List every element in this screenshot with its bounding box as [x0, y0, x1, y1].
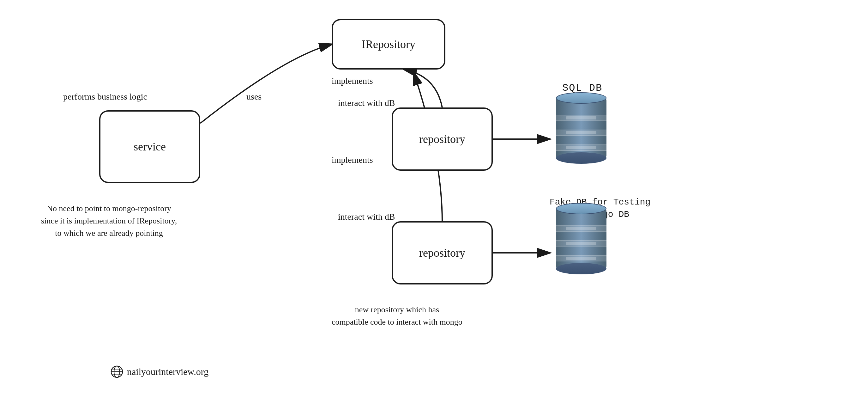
- repo-top-box: repository: [392, 108, 493, 171]
- performs-business-logic-label: performs business logic: [63, 92, 147, 102]
- service-label: service: [134, 140, 166, 153]
- interact-db-bottom-label: interact with dB: [338, 212, 395, 222]
- fake-db-cylinder: [556, 208, 607, 269]
- uses-label: uses: [246, 92, 261, 102]
- repo-bottom-box: repository: [392, 221, 493, 284]
- irepository-box: IRepository: [332, 19, 445, 69]
- repo-bottom-label: repository: [419, 246, 465, 259]
- repo-top-label: repository: [419, 133, 465, 146]
- implements-bottom-label: implements: [332, 155, 373, 165]
- service-box: service: [99, 110, 200, 183]
- website-label: nailyourinterview.org: [127, 366, 209, 377]
- irepository-label: IRepository: [362, 38, 415, 51]
- sql-db-cylinder: [556, 98, 607, 158]
- interact-db-top-label: interact with dB: [338, 98, 395, 108]
- no-need-note: No need to point to mongo-repository sin…: [41, 202, 177, 239]
- footer: nailyourinterview.org: [111, 365, 209, 378]
- globe-icon: [111, 365, 123, 378]
- implements-top-label: implements: [332, 76, 373, 86]
- new-repo-note: new repository which has compatible code…: [332, 304, 462, 328]
- diagram-container: IRepository service repository repositor…: [0, 0, 868, 397]
